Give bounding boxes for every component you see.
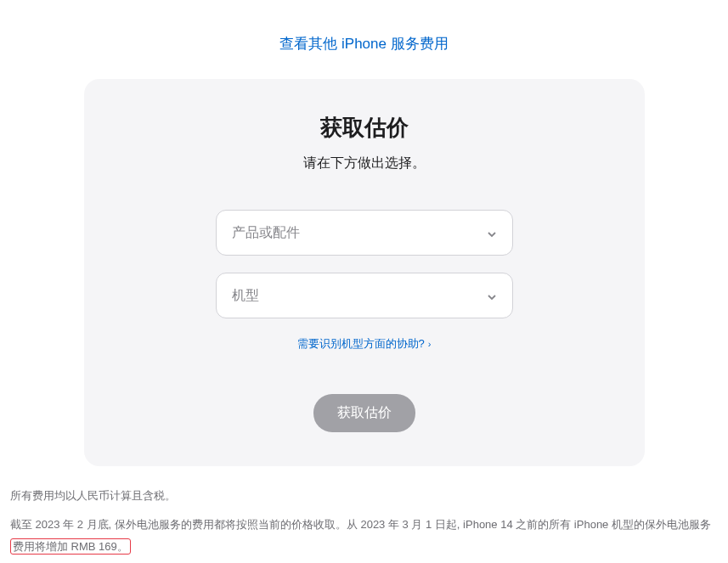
card-subtitle: 请在下方做出选择。 [127,155,602,172]
product-select-wrapper: 产品或配件 [216,210,513,256]
product-select[interactable]: 产品或配件 [216,210,513,256]
card-title: 获取估价 [127,113,602,143]
get-estimate-button[interactable]: 获取估价 [313,394,415,432]
identify-model-help-link[interactable]: 需要识别机型方面的协助?› [297,337,432,350]
help-link-container: 需要识别机型方面的协助?› [127,335,602,352]
price-increase-highlight: 费用将增加 RMB 169。 [10,538,131,555]
chevron-down-icon [487,228,497,238]
footer-text: 所有费用均以人民币计算且含税。 截至 2023 年 2 月底, 保外电池服务的费… [0,466,728,558]
model-select[interactable]: 机型 [216,273,513,318]
product-select-placeholder: 产品或配件 [232,224,300,242]
other-service-fees-link[interactable]: 查看其他 iPhone 服务费用 [279,36,448,52]
chevron-right-icon: › [428,339,432,349]
model-select-placeholder: 机型 [232,287,259,305]
model-select-wrapper: 机型 [216,273,513,318]
footer-line1: 所有费用均以人民币计算且含税。 [10,485,718,507]
chevron-down-icon [487,290,497,301]
estimate-card: 获取估价 请在下方做出选择。 产品或配件 机型 需要识别机型方面的协助?› 获取 [84,79,645,466]
help-link-label: 需要识别机型方面的协助? [297,337,425,350]
footer-line2-part1: 截至 2023 年 2 月底, 保外电池服务的费用都将按照当前的价格收取。从 2… [10,518,711,531]
top-link-container: 查看其他 iPhone 服务费用 [0,0,728,79]
footer-line2: 截至 2023 年 2 月底, 保外电池服务的费用都将按照当前的价格收取。从 2… [10,514,718,558]
